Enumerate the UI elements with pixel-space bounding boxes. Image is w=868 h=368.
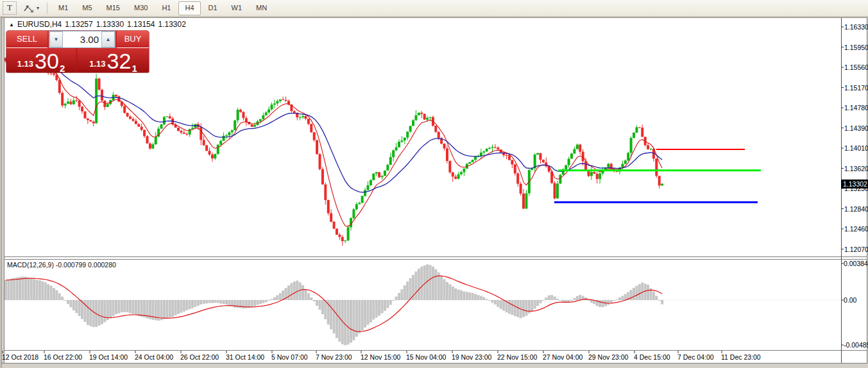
price-axis-label: 1.12460 (844, 225, 868, 233)
time-axis-label: 7 Dec 04:00 (677, 353, 714, 361)
ohlc-low: 1.13154 (127, 20, 155, 29)
time-axis-label: 5 Nov 07:00 (271, 353, 308, 361)
volume-decrease-button[interactable]: ▼ (49, 31, 63, 47)
time-axis-label: 7 Nov 23:00 (316, 353, 352, 361)
timeframe-button-group: M1M5M15M30H1H4D1W1MN (51, 1, 274, 15)
text-label-tool-button[interactable]: T (3, 1, 17, 15)
timeframe-button-m15[interactable]: M15 (100, 1, 126, 15)
macd-axis-label: -0.004856 (844, 341, 868, 349)
chart-symbol-period: EURUSD,H4 (17, 20, 62, 29)
price-axis-label: 1.13620 (844, 165, 868, 172)
buy-price-sup: 1 (132, 63, 137, 74)
timeframe-button-w1[interactable]: W1 (225, 1, 249, 15)
macd-axis-label: 0.003847 (844, 260, 868, 267)
time-axis-label: 29 Nov 23:00 (588, 353, 628, 361)
time-axis-label: 16 Oct 22:00 (44, 353, 82, 361)
timeframe-button-h1[interactable]: H1 (155, 1, 177, 15)
collapse-arrow-icon: ▲ (9, 22, 14, 28)
arrows-icon (22, 3, 35, 13)
price-axis-label: 1.14010 (844, 144, 868, 152)
timeframe-button-m5[interactable]: M5 (76, 1, 98, 15)
buy-price-big: 32 (107, 49, 132, 72)
macd-indicator-label: MACD(12,26,9) -0.000799 0.000280 (7, 261, 116, 269)
buy-price-panel[interactable]: 1.13 32 1 (78, 48, 149, 72)
current-price-badge: 1.13302 (841, 180, 868, 188)
macd-axis-label: 0.00 (844, 296, 856, 304)
timeframe-button-mn[interactable]: MN (250, 1, 273, 15)
one-click-trading-widget: SELL ▼ ▲ BUY 1.13 30 2 1.13 32 1 (6, 31, 149, 72)
time-axis-label: 12 Nov 15:00 (361, 353, 400, 361)
price-axis-label: 1.14390 (844, 124, 868, 132)
volume-stepper: ▼ ▲ (49, 31, 115, 48)
price-axis-label: 1.12070 (844, 246, 868, 253)
timeframe-button-m30[interactable]: M30 (128, 1, 154, 15)
time-axis-label: 15 Nov 04:00 (406, 353, 446, 361)
time-axis-label: 11 Dec 23:00 (721, 353, 761, 361)
time-axis-label: 19 Oct 14:00 (89, 353, 128, 361)
chevron-down-icon: ▾ (37, 5, 39, 11)
volume-increase-button[interactable]: ▲ (101, 31, 115, 47)
toolbar: T ▾ M1M5M15M30H1H4D1W1MN (0, 0, 868, 17)
time-axis-label: 4 Dec 15:00 (634, 353, 670, 361)
ohlc-open: 1.13257 (65, 20, 92, 29)
arrows-tool-button[interactable]: ▾ (20, 2, 42, 15)
price-axis-label: 1.15170 (844, 84, 868, 92)
time-axis-label: 31 Oct 14:00 (226, 353, 264, 361)
time-axis-label: 19 Nov 23:00 (452, 353, 491, 361)
time-axis-label: 22 Nov 15:00 (497, 353, 537, 361)
ohlc-close: 1.13302 (158, 20, 185, 29)
time-axis-label: 26 Oct 22:00 (180, 353, 219, 361)
price-axis-label: 1.15950 (844, 44, 868, 51)
sell-button[interactable]: SELL (6, 31, 47, 48)
time-axis-label: 12 Oct 2018 (2, 353, 38, 361)
timeframe-button-d1[interactable]: D1 (202, 1, 224, 15)
sell-price-prefix: 1.13 (17, 59, 33, 69)
time-axis-label: 24 Oct 04:00 (135, 353, 173, 361)
sell-price-sup: 2 (60, 63, 65, 74)
chart-title: ▲EURUSD,H41.132571.133301.131541.13302 (9, 20, 186, 29)
ohlc-high: 1.13330 (96, 20, 124, 29)
timeframe-button-h4[interactable]: H4 (178, 1, 200, 15)
toolbar-separator (47, 3, 47, 13)
price-axis-label: 1.14780 (844, 104, 868, 112)
sell-price-big: 30 (35, 49, 59, 72)
mt4-window: T ▾ M1M5M15M30H1H4D1W1MN ▲EURUSD,H41.132… (0, 0, 868, 368)
buy-button[interactable]: BUY (117, 31, 149, 48)
time-axis-label: 27 Nov 04:00 (543, 353, 583, 361)
timeframe-button-m1[interactable]: M1 (52, 1, 74, 15)
price-axis-label: 1.15560 (844, 63, 868, 71)
buy-price-prefix: 1.13 (89, 59, 105, 69)
price-axis-label: 1.16330 (844, 23, 868, 31)
sell-price-panel[interactable]: 1.13 30 2 (6, 48, 76, 72)
volume-input[interactable] (63, 31, 101, 47)
price-axis-label: 1.12840 (844, 205, 868, 213)
